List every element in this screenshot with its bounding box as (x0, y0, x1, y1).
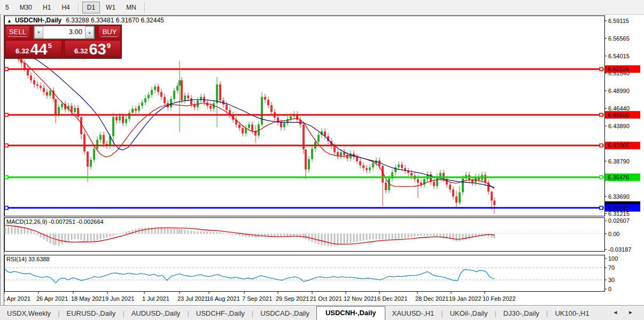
date-label: 26 Apr 2021 (36, 295, 68, 302)
chart-tab-usdcad-daily[interactable]: USDCAD-,Daily (253, 307, 316, 320)
date-label: 21 Oct 2021 (310, 295, 342, 302)
rsi-level-label: 30 (608, 277, 615, 283)
date-label: 23 Jul 2021 (177, 295, 208, 302)
volume-spinner: ▼ 3.00 ▲ (34, 26, 95, 39)
date-label: 28 Dec 2021 (415, 295, 448, 302)
chart-tab-ukoil-daily[interactable]: UKOil-,Daily (443, 307, 495, 320)
chart-tab-usdchf-daily[interactable]: USDCHF-,Daily (189, 307, 252, 320)
hline-price-badge: 6.45500 (605, 111, 640, 119)
chart-tab-usdcnh-daily[interactable]: USDCNH-,Daily (316, 306, 385, 320)
price-tick-label: 6.38790 (608, 158, 630, 165)
svg-text:6.36476: 6.36476 (608, 174, 629, 181)
hline-handle[interactable] (5, 206, 8, 209)
chart-tab-audusd-daily[interactable]: AUDUSD-,Daily (125, 307, 188, 320)
buy-price-prefix: 6.32 (74, 47, 88, 55)
hline-handle[interactable] (600, 144, 603, 147)
timeframe-button-m30[interactable]: M30 (15, 2, 37, 13)
timeframe-toolbar: 5M30H1H4D1W1MN (0, 0, 644, 15)
rsi-panel-frame (5, 255, 605, 292)
buy-price-big: 63 (89, 42, 106, 57)
hline-6.32041[interactable] (5, 206, 604, 209)
ma-fast-line (5, 54, 494, 189)
chart-tab-usdx-weekly[interactable]: USDX,Weekly (0, 307, 58, 320)
rsi-indicator-label: RSI(14) 33.6388 (6, 256, 50, 262)
rsi-level-label: 70 (608, 264, 615, 271)
hline-price-badge: 6.32041 (605, 204, 640, 212)
timeframe-button-w1[interactable]: W1 (101, 2, 120, 13)
chart-window: 6.591156.565656.540156.515406.489906.464… (0, 15, 644, 305)
rsi-level-label: 0 (608, 286, 611, 292)
hline-handle[interactable] (5, 176, 8, 179)
sell-button[interactable]: SELL (5, 26, 30, 39)
chart-tab-uk100-h1[interactable]: UK100-,H1 (548, 307, 596, 320)
ohlc-values: 6.33288 6.33481 6.31670 6.32445 (66, 17, 164, 24)
date-label: 29 Sep 2021 (276, 295, 309, 302)
toolbar-separator (78, 2, 79, 13)
buy-button[interactable]: BUY (98, 26, 121, 39)
chart-title: ▲USDCNH-,Daily6.33288 6.33481 6.31670 6.… (7, 17, 164, 24)
chart-tab-xauusd-h1[interactable]: XAUUSD-,H1 (385, 307, 441, 320)
hline-handle[interactable] (5, 67, 8, 71)
date-label: 7 Sep 2021 (242, 295, 272, 302)
ma-slow-line (5, 51, 494, 188)
hline-handle[interactable] (5, 144, 8, 147)
date-axis: 1 Apr 202126 Apr 202118 May 20219 Jun 20… (2, 292, 516, 302)
macd-scale-label: 0.02607 (608, 217, 630, 224)
svg-text:6.52126: 6.52126 (608, 66, 629, 72)
volume-increase-icon[interactable]: ▲ (85, 26, 94, 38)
chart-tab-eurusd-daily[interactable]: EURUSD-,Daily (60, 307, 123, 320)
hline-price-badge: 6.36476 (605, 174, 640, 181)
toolbar-separator (144, 2, 145, 13)
hline-handle[interactable] (600, 113, 603, 116)
price-axis: 6.591156.565656.540156.515406.489906.464… (604, 18, 640, 217)
hline-6.455[interactable] (5, 113, 604, 116)
date-label: 10 Feb 2022 (483, 295, 516, 302)
price-tick-label: 6.33690 (608, 193, 630, 200)
hline-price-badge: 6.52126 (605, 65, 640, 73)
collapse-panel-icon[interactable]: ▲ (7, 18, 12, 24)
sell-price-prefix: 6.32 (15, 47, 29, 55)
price-tick-label: 6.43890 (608, 123, 630, 129)
chart-tab-dj30-daily[interactable]: DJ30-,Daily (496, 307, 546, 320)
rsi-level-label: 100 (608, 255, 618, 262)
date-label: 19 Jan 2022 (449, 295, 482, 302)
macd-scale-label: -0.03187 (608, 246, 631, 253)
buy-price-sup: 9 (107, 42, 111, 50)
hline-6.36476[interactable] (5, 176, 604, 179)
date-label: 1 Apr 2021 (2, 295, 30, 302)
buy-price-box[interactable]: 6.32 63 9 (64, 40, 121, 58)
hline-handle[interactable] (5, 113, 8, 116)
hline-handle[interactable] (600, 67, 603, 71)
hline-price-badge: 6.41065 (605, 142, 640, 149)
timeframe-button-h1[interactable]: H1 (38, 2, 56, 13)
timeframe-button-5[interactable]: 5 (1, 2, 14, 13)
sell-price-big: 44 (30, 42, 47, 57)
hline-handle[interactable] (600, 176, 603, 179)
rsi-panel: 10070300 (4, 255, 618, 292)
macd-histogram (5, 227, 495, 246)
timeframe-button-h4[interactable]: H4 (57, 2, 74, 13)
one-click-trading-panel: SELL ▼ 3.00 ▲ BUY 6.32 44 5 6.32 63 9 (4, 25, 122, 59)
rsi-line (4, 268, 494, 283)
price-tick-label: 6.56565 (608, 35, 630, 42)
price-tick-label: 6.54015 (608, 53, 630, 59)
volume-decrease-icon[interactable]: ▼ (34, 26, 43, 38)
sell-price-sup: 5 (48, 42, 52, 50)
date-label: 9 Jun 2021 (105, 295, 134, 302)
timeframe-button-mn[interactable]: MN (121, 2, 141, 13)
window-left-frame (0, 15, 4, 305)
hline-6.52126[interactable] (5, 67, 604, 71)
svg-text:6.32041: 6.32041 (608, 205, 629, 211)
volume-input[interactable]: 3.00 (43, 26, 85, 38)
timeframe-button-d1[interactable]: D1 (82, 2, 100, 13)
date-label: 1 Jul 2021 (142, 295, 169, 302)
tab-scroll-arrows[interactable]: ◄ ► (612, 309, 638, 315)
date-label: 16 Aug 2021 (207, 295, 240, 302)
price-tick-label: 6.59115 (608, 18, 629, 24)
svg-text:6.45500: 6.45500 (608, 112, 629, 118)
svg-text:6.41065: 6.41065 (608, 142, 629, 149)
hline-handle[interactable] (600, 206, 603, 209)
price-tick-label: 6.46440 (608, 105, 630, 112)
date-label: 12 Nov 2021 (344, 295, 377, 302)
sell-price-box[interactable]: 6.32 44 5 (5, 40, 62, 58)
